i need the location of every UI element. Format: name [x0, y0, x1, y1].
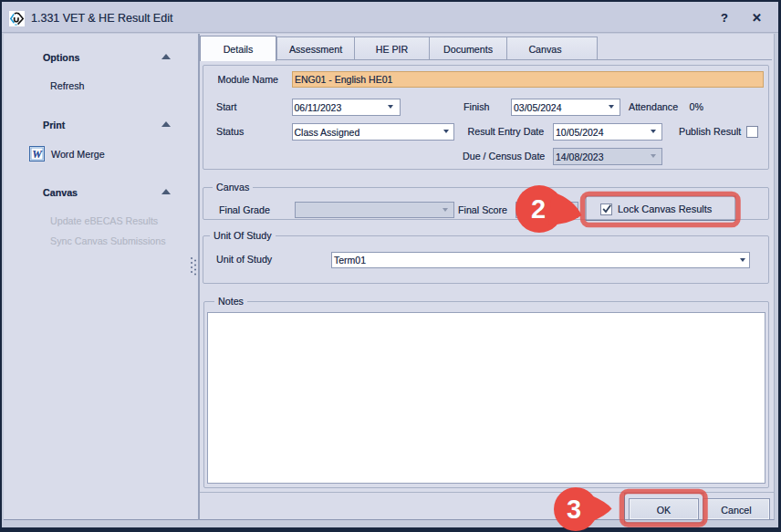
- svg-text:W: W: [32, 148, 43, 161]
